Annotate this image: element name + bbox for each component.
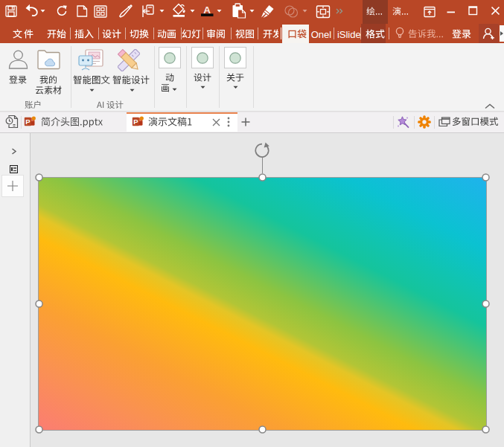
svg-text:P: P — [133, 118, 138, 126]
svg-text:A: A — [203, 4, 211, 16]
svg-text:P: P — [25, 118, 31, 126]
